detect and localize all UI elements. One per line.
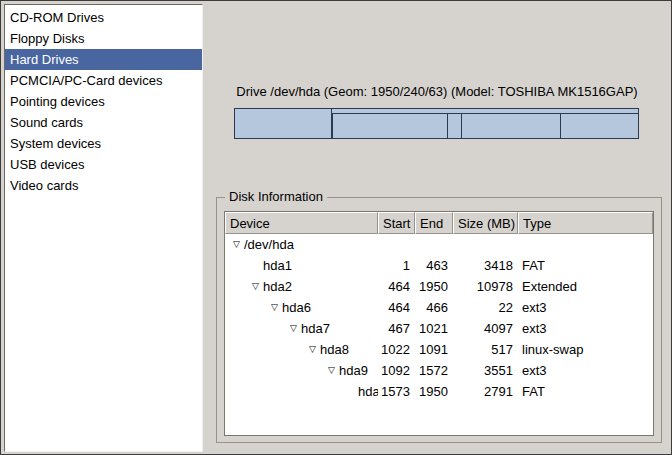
cell-type <box>518 234 653 255</box>
device-list-item[interactable]: Hard Drives <box>5 49 202 70</box>
cell-device: ▽hda9 <box>225 360 378 381</box>
device-name: hda5 <box>358 381 378 402</box>
cell-size: 517 <box>453 339 518 360</box>
device-name: hda1 <box>263 255 292 276</box>
device-list-item[interactable]: Floppy Disks <box>5 28 202 49</box>
cell-start: 464 <box>378 297 415 318</box>
cell-end <box>415 234 453 255</box>
cell-type: ext3 <box>518 297 653 318</box>
device-list-item[interactable]: Sound cards <box>5 112 202 133</box>
table-row[interactable]: ▽hda746710214097ext3 <box>225 318 653 339</box>
column-header-start[interactable]: Start <box>378 212 415 234</box>
hardware-browser-window: CD-ROM DrivesFloppy DisksHard DrivesPCMC… <box>0 0 672 455</box>
device-list-item[interactable]: USB devices <box>5 154 202 175</box>
disk-information-frame: Disk Information DeviceStartEndSize (MB)… <box>216 197 662 443</box>
tree-indent <box>225 370 324 371</box>
device-name: hda6 <box>282 297 311 318</box>
cell-end: 1950 <box>415 381 453 402</box>
cell-start: 464 <box>378 276 415 297</box>
expander-icon[interactable]: ▽ <box>305 339 320 360</box>
device-name: hda2 <box>263 276 292 297</box>
cell-start: 1573 <box>378 381 415 402</box>
device-list-item[interactable]: Video cards <box>5 175 202 196</box>
cell-type: Extended <box>518 276 653 297</box>
cell-end: 1572 <box>415 360 453 381</box>
table-row[interactable]: ▽/dev/hda <box>225 234 653 255</box>
partition-segment-hda8[interactable] <box>447 114 461 138</box>
cell-size: 2791 <box>453 381 518 402</box>
partition-segment-hda1[interactable] <box>235 109 331 138</box>
cell-start <box>378 234 415 255</box>
device-list-item[interactable]: Pointing devices <box>5 91 202 112</box>
device-name: hda8 <box>320 339 349 360</box>
disk-table-body: ▽/dev/hda▽hda114633418FAT▽hda24641950109… <box>225 234 653 435</box>
expander-icon[interactable]: ▽ <box>267 297 282 318</box>
tree-indent <box>225 328 286 329</box>
cell-end: 463 <box>415 255 453 276</box>
device-name: /dev/hda <box>244 234 294 255</box>
cell-device: ▽hda8 <box>225 339 378 360</box>
column-header-end[interactable]: End <box>415 212 453 234</box>
cell-size: 3551 <box>453 360 518 381</box>
partition-segment-hda7[interactable] <box>332 114 446 138</box>
cell-device: ▽hda5 <box>225 381 378 402</box>
disk-table: DeviceStartEndSize (MB)Type ▽/dev/hda▽hd… <box>224 211 654 436</box>
expander-icon[interactable]: ▽ <box>324 360 339 381</box>
tree-indent <box>225 391 343 392</box>
cell-device: ▽hda7 <box>225 318 378 339</box>
disk-information-title: Disk Information <box>225 189 327 204</box>
extended-partition-area <box>332 113 638 138</box>
cell-end: 466 <box>415 297 453 318</box>
column-header-size-mb[interactable]: Size (MB) <box>453 212 518 234</box>
partition-segment-hda9[interactable] <box>461 114 560 138</box>
table-row[interactable]: ▽hda2464195010978Extended <box>225 276 653 297</box>
cell-size: 4097 <box>453 318 518 339</box>
expander-icon[interactable]: ▽ <box>248 276 263 297</box>
table-row[interactable]: ▽hda9109215723551ext3 <box>225 360 653 381</box>
device-list-item[interactable]: System devices <box>5 133 202 154</box>
table-row[interactable]: ▽hda646446622ext3 <box>225 297 653 318</box>
cell-type: ext3 <box>518 360 653 381</box>
device-list-item[interactable]: CD-ROM Drives <box>5 7 202 28</box>
cell-end: 1950 <box>415 276 453 297</box>
table-row[interactable]: ▽hda810221091517linux-swap <box>225 339 653 360</box>
cell-size: 10978 <box>453 276 518 297</box>
tree-indent <box>225 286 248 287</box>
cell-device: ▽/dev/hda <box>225 234 378 255</box>
cell-size: 22 <box>453 297 518 318</box>
column-header-type[interactable]: Type <box>518 212 653 234</box>
cell-size <box>453 234 518 255</box>
cell-start: 1 <box>378 255 415 276</box>
tree-indent <box>225 349 305 350</box>
cell-type: FAT <box>518 381 653 402</box>
cell-end: 1091 <box>415 339 453 360</box>
tree-indent <box>225 307 267 308</box>
device-name: hda7 <box>301 318 330 339</box>
device-list-item[interactable]: PCMCIA/PC-Card devices <box>5 70 202 91</box>
expander-icon[interactable]: ▽ <box>229 234 244 255</box>
cell-start: 467 <box>378 318 415 339</box>
disk-table-header: DeviceStartEndSize (MB)Type <box>225 212 653 234</box>
column-header-device[interactable]: Device <box>225 212 378 234</box>
partition-bar <box>234 108 639 139</box>
partition-segment-hda2[interactable] <box>331 109 638 138</box>
cell-type: FAT <box>518 255 653 276</box>
table-row[interactable]: ▽hda114633418FAT <box>225 255 653 276</box>
cell-device: ▽hda2 <box>225 276 378 297</box>
partition-segment-hda5[interactable] <box>560 114 638 138</box>
tree-indent <box>225 265 248 266</box>
device-name: hda9 <box>339 360 368 381</box>
cell-start: 1092 <box>378 360 415 381</box>
table-row[interactable]: ▽hda5157319502791FAT <box>225 381 653 402</box>
cell-type: linux-swap <box>518 339 653 360</box>
cell-start: 1022 <box>378 339 415 360</box>
expander-icon[interactable]: ▽ <box>286 318 301 339</box>
cell-type: ext3 <box>518 318 653 339</box>
device-list: CD-ROM DrivesFloppy DisksHard DrivesPCMC… <box>4 4 203 452</box>
cell-end: 1021 <box>415 318 453 339</box>
cell-size: 3418 <box>453 255 518 276</box>
drive-geometry-label: Drive /dev/hda (Geom: 1950/240/63) (Mode… <box>224 84 650 99</box>
cell-device: ▽hda6 <box>225 297 378 318</box>
cell-device: ▽hda1 <box>225 255 378 276</box>
